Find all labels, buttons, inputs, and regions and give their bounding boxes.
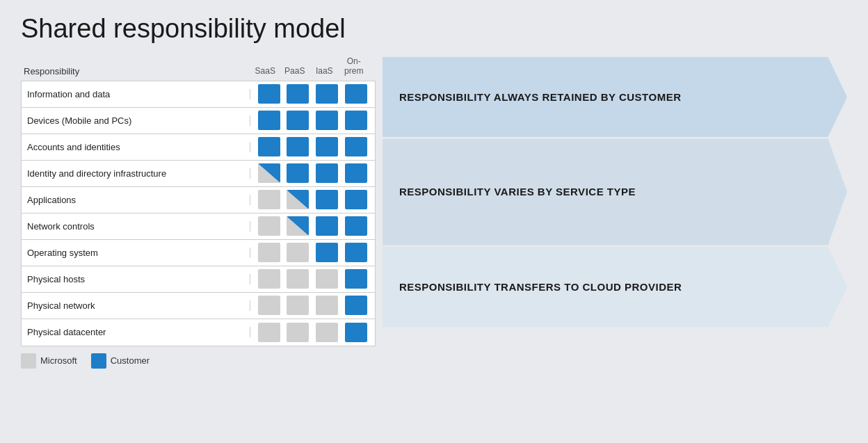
col-responsibility: Responsibility: [21, 66, 250, 76]
arrow-block-1: RESPONSIBILITY VARIES BY SERVICE TYPE: [383, 138, 847, 246]
cell-iaas: [316, 323, 338, 342]
cell-onprem: [345, 269, 367, 289]
cell-iaas: [316, 137, 338, 156]
row-label: Accounts and identities: [22, 142, 250, 152]
cell-saas: [258, 84, 280, 104]
cell-onprem: [345, 84, 367, 104]
cell-paas: [287, 296, 309, 315]
cell-paas: [287, 163, 309, 183]
table-row: Accounts and identities: [22, 134, 375, 161]
cell-saas: [258, 296, 280, 315]
cell-paas: [287, 216, 309, 236]
page-title: Shared responsibility model: [21, 14, 847, 44]
table-row: Physical hosts: [22, 266, 375, 293]
cell-iaas: [316, 269, 338, 289]
cell-saas: [258, 243, 280, 262]
arrow-text-2: RESPONSIBILITY TRANSFERS TO CLOUD PROVID…: [383, 280, 716, 294]
cell-onprem: [345, 111, 367, 130]
arrow-block-2: RESPONSIBILITY TRANSFERS TO CLOUD PROVID…: [383, 246, 847, 328]
cell-paas: [287, 111, 309, 130]
cell-iaas: [316, 243, 338, 262]
table-row: Devices (Mobile and PCs): [22, 108, 375, 134]
row-cells: [250, 163, 375, 183]
row-cells: [250, 84, 375, 104]
cell-paas: [287, 243, 309, 262]
legend-customer: Customer: [91, 353, 150, 369]
table-row: Network controls: [22, 214, 375, 240]
row-cells: [250, 323, 375, 342]
customer-label: Customer: [111, 355, 150, 366]
cell-saas: [258, 269, 280, 289]
table-row: Applications: [22, 187, 375, 214]
table-row: Information and data: [22, 81, 375, 108]
row-label: Devices (Mobile and PCs): [22, 115, 250, 126]
row-cells: [250, 296, 375, 315]
cell-paas: [287, 269, 309, 289]
table-rows: Information and dataDevices (Mobile and …: [21, 81, 376, 346]
cell-iaas: [316, 216, 338, 236]
cell-onprem: [345, 296, 367, 315]
table-row: Identity and directory infrastructure: [22, 161, 375, 187]
cell-saas: [258, 190, 280, 209]
row-label: Physical network: [22, 300, 250, 311]
page-container: Shared responsibility model Responsibili…: [0, 0, 868, 443]
cell-onprem: [345, 216, 367, 236]
table-header: Responsibility SaaS PaaS IaaS On-prem: [21, 56, 376, 79]
col-iaas: IaaS: [311, 66, 337, 76]
cell-saas: [258, 163, 280, 183]
row-cells: [250, 111, 375, 130]
cell-paas: [287, 84, 309, 104]
arrow-text-0: RESPONSIBILITY ALWAYS RETAINED BY CUSTOM…: [383, 90, 716, 104]
cell-onprem: [345, 137, 367, 156]
cell-saas: [258, 323, 280, 342]
row-cells: [250, 269, 375, 289]
row-label: Identity and directory infrastructure: [22, 168, 250, 179]
cell-paas: [287, 137, 309, 156]
row-label: Information and data: [22, 89, 250, 99]
cell-saas: [258, 216, 280, 236]
microsoft-color-box: [21, 353, 36, 369]
legend-microsoft: Microsoft: [21, 353, 77, 369]
row-label: Physical hosts: [22, 274, 250, 284]
cell-iaas: [316, 296, 338, 315]
legend: Microsoft Customer: [21, 353, 376, 369]
row-cells: [250, 243, 375, 262]
table-row: Physical datacenter: [22, 319, 375, 346]
cell-onprem: [345, 243, 367, 262]
arrow-text-1: RESPONSIBILITY VARIES BY SERVICE TYPE: [383, 185, 670, 199]
cell-iaas: [316, 190, 338, 209]
col-paas: PaaS: [282, 66, 308, 76]
cell-iaas: [316, 163, 338, 183]
cell-iaas: [316, 111, 338, 130]
col-saas: SaaS: [252, 66, 278, 76]
arrows-section: RESPONSIBILITY ALWAYS RETAINED BY CUSTOM…: [376, 56, 847, 348]
arrow-block-0: RESPONSIBILITY ALWAYS RETAINED BY CUSTOM…: [383, 56, 847, 138]
row-label: Applications: [22, 195, 250, 205]
row-label: Network controls: [22, 221, 250, 232]
cell-onprem: [345, 190, 367, 209]
cell-onprem: [345, 163, 367, 183]
responsibility-table: Responsibility SaaS PaaS IaaS On-prem In…: [21, 56, 376, 369]
row-label: Operating system: [22, 248, 250, 258]
table-row: Physical network: [22, 293, 375, 319]
cell-onprem: [345, 323, 367, 342]
row-label: Physical datacenter: [22, 327, 250, 337]
cell-iaas: [316, 84, 338, 104]
cell-saas: [258, 137, 280, 156]
col-onprem: On-prem: [341, 56, 367, 76]
row-cells: [250, 137, 375, 156]
table-row: Operating system: [22, 240, 375, 266]
row-cells: [250, 190, 375, 209]
row-cells: [250, 216, 375, 236]
customer-color-box: [91, 353, 106, 369]
cell-saas: [258, 111, 280, 130]
col-headers: SaaS PaaS IaaS On-prem: [250, 56, 369, 76]
cell-paas: [287, 190, 309, 209]
microsoft-label: Microsoft: [40, 355, 77, 366]
cell-paas: [287, 323, 309, 342]
main-content: Responsibility SaaS PaaS IaaS On-prem In…: [21, 56, 847, 369]
